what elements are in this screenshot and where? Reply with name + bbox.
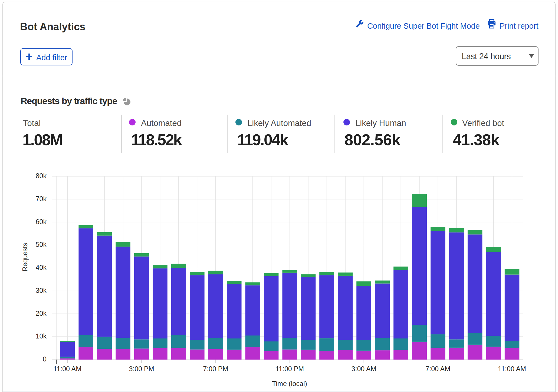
svg-text:3:00 PM: 3:00 PM xyxy=(129,365,154,373)
svg-text:11:00 AM: 11:00 AM xyxy=(498,365,526,373)
svg-text:7:00 AM: 7:00 AM xyxy=(425,365,450,373)
svg-text:80k: 80k xyxy=(36,172,47,180)
svg-text:70k: 70k xyxy=(36,195,47,202)
svg-text:11:00 PM: 11:00 PM xyxy=(275,365,304,373)
svg-text:Requests: Requests xyxy=(21,243,29,271)
svg-text:60k: 60k xyxy=(36,218,47,225)
svg-text:40k: 40k xyxy=(36,264,47,271)
svg-text:Time (local): Time (local) xyxy=(272,380,307,387)
svg-text:3:00 AM: 3:00 AM xyxy=(352,365,376,373)
svg-text:11:00 AM: 11:00 AM xyxy=(53,365,81,373)
svg-text:0: 0 xyxy=(43,355,47,363)
svg-text:10k: 10k xyxy=(36,332,47,340)
svg-text:50k: 50k xyxy=(36,241,47,248)
svg-text:20k: 20k xyxy=(36,310,47,317)
svg-text:30k: 30k xyxy=(36,287,47,294)
svg-text:7:00 PM: 7:00 PM xyxy=(203,365,228,373)
